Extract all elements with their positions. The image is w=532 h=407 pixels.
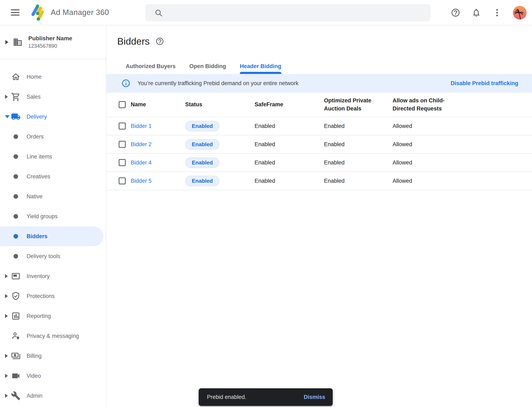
expand-arrow-icon: [5, 40, 8, 44]
inventory-icon: [11, 271, 21, 281]
info-icon: [121, 79, 130, 88]
search-icon: [154, 9, 163, 17]
help-icon[interactable]: [451, 8, 460, 18]
sidebar-item-billing[interactable]: Billing: [0, 346, 103, 366]
table-row: Bidder 4 Enabled Enabled Enabled Allowed: [107, 154, 532, 172]
opad-value: Enabled: [324, 141, 345, 148]
home-icon: [11, 72, 21, 82]
table-header-row: Name Status SafeFrame Optimized Private …: [107, 93, 532, 117]
top-bar: Ad Manager 360: [0, 0, 532, 25]
sidebar-item-reporting[interactable]: Reporting: [0, 306, 103, 326]
row-checkbox[interactable]: [119, 177, 126, 184]
opad-value: Enabled: [324, 178, 345, 184]
title-help-icon[interactable]: [155, 37, 164, 46]
person-shield-icon: [11, 331, 21, 341]
toast-message: Prebid enabled.: [207, 394, 304, 400]
sidebar-item-line-items[interactable]: Line items: [0, 147, 103, 166]
disable-prebid-trafficking-link[interactable]: Disable Prebid trafficking: [451, 80, 518, 86]
bidder-link[interactable]: Bidder 2: [131, 141, 152, 148]
row-checkbox[interactable]: [119, 141, 126, 148]
publisher-switcher[interactable]: Publisher Name 1234567890: [0, 25, 106, 59]
child-directed-value: Allowed: [393, 178, 412, 184]
sidebar-nav: Home Sales Delivery: [0, 59, 106, 406]
shield-check-icon: [11, 291, 21, 301]
sidebar-item-protections[interactable]: Protections: [0, 286, 103, 306]
safeframe-value: Enabled: [255, 123, 275, 129]
wrench-icon: [11, 391, 21, 400]
expand-arrow-icon: [5, 394, 8, 398]
sidebar-item-inventory[interactable]: Inventory: [0, 266, 103, 286]
safeframe-value: Enabled: [255, 159, 275, 166]
select-all-checkbox[interactable]: [119, 101, 126, 108]
sidebar-item-admin[interactable]: Admin: [0, 386, 103, 406]
dismiss-button[interactable]: Dismiss: [304, 394, 325, 400]
sidebar-item-home[interactable]: Home: [0, 67, 103, 87]
notifications-bell-icon[interactable]: [471, 8, 481, 18]
truck-icon: [11, 112, 21, 121]
expand-arrow-icon: [5, 294, 8, 298]
tab-authorized-buyers[interactable]: Authorized Buyers: [126, 59, 176, 74]
user-avatar[interactable]: [513, 6, 527, 20]
video-camera-icon: [11, 371, 21, 381]
cart-icon: [11, 92, 21, 102]
sidebar-item-orders[interactable]: Orders: [0, 127, 103, 147]
bidders-table: Name Status SafeFrame Optimized Private …: [107, 93, 532, 190]
expand-arrow-icon: [5, 274, 8, 278]
more-options-kebab-icon[interactable]: [492, 8, 502, 18]
sidebar-item-bidders[interactable]: Bidders: [0, 226, 103, 246]
bidder-link[interactable]: Bidder 5: [131, 178, 152, 184]
sidebar-item-creatives[interactable]: Creatives: [0, 166, 103, 187]
table-row: Bidder 5 Enabled Enabled Enabled Allowed: [107, 172, 532, 190]
main-content: Bidders Authorized Buyers Open Bidding H…: [107, 25, 532, 407]
bullet-icon: [14, 254, 18, 258]
sidebar-item-native[interactable]: Native: [0, 187, 103, 206]
expand-arrow-icon: [5, 354, 8, 358]
search-input[interactable]: [145, 4, 430, 21]
bullet-icon: [14, 194, 18, 199]
hamburger-menu-icon[interactable]: [11, 9, 20, 16]
tab-header-bidding[interactable]: Header Bidding: [240, 59, 281, 74]
bullet-icon: [14, 134, 18, 139]
expand-arrow-icon: [5, 314, 8, 318]
bullet-icon: [14, 154, 18, 159]
sidebar-item-privacy-messaging[interactable]: Privacy & messaging: [0, 326, 103, 346]
publisher-info: Publisher Name 1234567890: [28, 35, 72, 49]
sidebar-item-yield-groups[interactable]: Yield groups: [0, 206, 103, 226]
column-header-child-directed: Allow ads on Child-Directed Requests: [393, 97, 447, 113]
sidebar-item-delivery-tools[interactable]: Delivery tools: [0, 246, 103, 266]
status-badge: Enabled: [185, 176, 219, 186]
top-actions: [451, 0, 527, 25]
publisher-name: Publisher Name: [28, 35, 72, 42]
bidder-link[interactable]: Bidder 1: [131, 123, 152, 129]
tab-bar: Authorized Buyers Open Bidding Header Bi…: [107, 59, 281, 74]
column-header-optimized-private-auction-deals: Optimized Private Auction Deals: [324, 97, 376, 113]
sidebar: Publisher Name 1234567890 Home: [0, 25, 106, 407]
table-row: Bidder 1 Enabled Enabled Enabled Allowed: [107, 117, 532, 135]
sidebar-item-video[interactable]: Video: [0, 366, 103, 386]
status-badge: Enabled: [185, 121, 219, 132]
payments-icon: [11, 351, 21, 361]
status-badge: Enabled: [185, 139, 219, 150]
tab-open-bidding[interactable]: Open Bidding: [189, 59, 226, 74]
expand-arrow-icon: [5, 95, 8, 99]
bar-chart-icon: [11, 311, 21, 321]
page-title-row: Bidders: [117, 36, 164, 47]
bullet-icon: [14, 214, 18, 219]
sidebar-item-sales[interactable]: Sales: [0, 87, 103, 107]
bullet-icon: [14, 174, 18, 179]
publisher-id: 1234567890: [28, 43, 72, 49]
row-checkbox[interactable]: [119, 123, 126, 130]
status-badge: Enabled: [185, 157, 219, 168]
safeframe-value: Enabled: [255, 141, 275, 148]
opad-value: Enabled: [324, 123, 345, 129]
sidebar-item-delivery[interactable]: Delivery: [0, 107, 103, 127]
building-icon: [11, 37, 24, 47]
row-checkbox[interactable]: [119, 159, 126, 166]
bidder-link[interactable]: Bidder 4: [131, 159, 152, 166]
safeframe-value: Enabled: [255, 178, 275, 184]
child-directed-value: Allowed: [393, 141, 412, 148]
child-directed-value: Allowed: [393, 123, 412, 129]
table-row: Bidder 2 Enabled Enabled Enabled Allowed: [107, 135, 532, 154]
toast-snackbar: Prebid enabled. Dismiss: [199, 388, 333, 406]
page-title: Bidders: [117, 36, 150, 47]
